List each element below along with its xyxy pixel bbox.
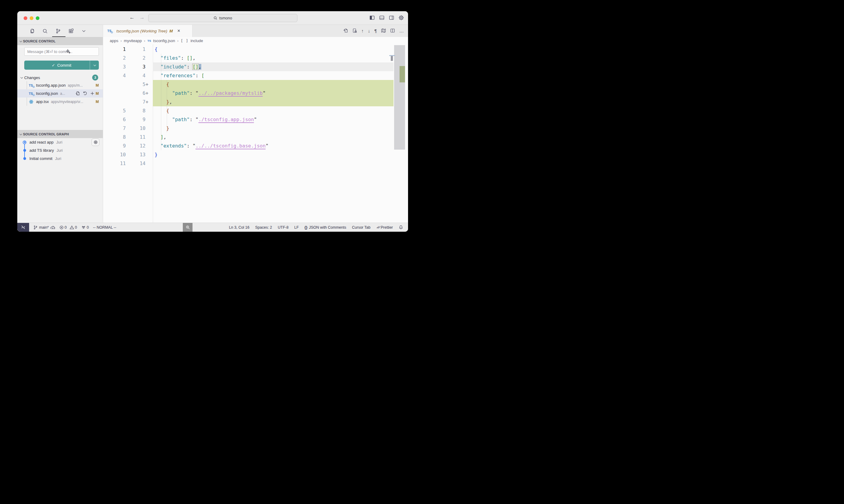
code-line-content: "references": [ — [150, 71, 204, 80]
line-number-modified: 11 — [126, 133, 145, 141]
row-actions — [75, 91, 94, 96]
indentation[interactable]: Spaces: 2 — [255, 226, 272, 230]
breadcrumb-item-apps[interactable]: apps — [110, 38, 118, 43]
change-row-tsconfig-app[interactable]: TS⚙ tsconfig.app.json apps/m... M — [17, 81, 103, 89]
code-line[interactable]: 1114 — [103, 159, 408, 168]
code-line[interactable]: 69 "path": "./tsconfig.app.json" — [103, 115, 408, 124]
line-number-modified: 5 — [126, 80, 145, 89]
explorer-icon[interactable] — [30, 29, 35, 34]
split-editor-icon[interactable] — [390, 28, 395, 33]
file-path: apps/m... — [68, 83, 83, 88]
remote-indicator[interactable] — [17, 223, 29, 232]
change-row-app-tsx[interactable]: app.tsx apps/myviteapp/sr... M — [17, 97, 103, 106]
notifications-bell-icon[interactable] — [399, 225, 403, 230]
commit-row[interactable]: add TS library Juri — [17, 146, 103, 155]
commit-row[interactable]: add react app Juri — [17, 138, 103, 146]
editor-group: TS⚙ tsconfig.json (Working Tree) M × ↑ ↓… — [103, 25, 408, 222]
source-control-header[interactable]: SOURCE CONTROL — [17, 37, 103, 45]
search-editor-icon[interactable] — [352, 28, 357, 33]
code-line[interactable]: 7+ }, — [103, 97, 408, 106]
changes-section-header[interactable]: Changes 3 — [17, 74, 103, 81]
sidebar: SOURCE CONTROL ✓ Commit Changes 3 — [17, 25, 103, 222]
source-control-graph-header[interactable]: SOURCE CONTROL GRAPH — [17, 130, 103, 138]
code-line[interactable]: 1013} — [103, 150, 408, 159]
formatter-status[interactable]: ✓✓Prettier — [376, 225, 393, 230]
code-line[interactable]: 22 "files": [], — [103, 54, 408, 62]
code-line[interactable]: 6+ "path": "../../packages/mytslib" — [103, 89, 408, 97]
warnings-count: 0 — [75, 226, 77, 230]
goto-file-icon[interactable] — [343, 28, 348, 33]
scrollbar-slider[interactable] — [394, 45, 405, 150]
back-icon[interactable]: ← — [130, 15, 135, 21]
previous-change-icon[interactable]: ↑ — [361, 29, 364, 33]
code-line[interactable]: 11{ — [103, 45, 408, 54]
window-controls — [24, 16, 39, 20]
line-number-original: 9 — [103, 141, 126, 150]
stage-changes-icon[interactable] — [90, 91, 94, 96]
close-window-button[interactable] — [24, 16, 27, 20]
toggle-panel-icon[interactable] — [379, 15, 384, 20]
code-line[interactable]: 58 { — [103, 106, 408, 115]
commit-node-head-icon — [23, 141, 27, 144]
chevron-down-icon — [19, 40, 22, 42]
map-icon[interactable] — [381, 28, 386, 33]
vim-mode[interactable]: -- NORMAL -- — [93, 226, 116, 230]
code-line[interactable]: 44 "references": [ — [103, 71, 408, 80]
diff-editor[interactable]: 11{22 "files": [],33 "include": [],44 "r… — [103, 44, 408, 222]
forward-icon[interactable]: → — [139, 15, 144, 21]
language-mode[interactable]: {}JSON with Comments — [304, 226, 346, 230]
render-whitespace-icon[interactable]: ¶ — [374, 29, 377, 33]
copilot-sparkle-icon[interactable] — [66, 49, 71, 54]
minimize-window-button[interactable] — [30, 16, 33, 20]
more-actions-icon[interactable]: … — [399, 29, 404, 33]
close-tab-icon[interactable]: × — [177, 29, 180, 33]
code-line[interactable]: 912 "extends": "../../tsconfig.base.json… — [103, 141, 408, 150]
change-row-tsconfig[interactable]: TS⚙ tsconfig.json a... M — [17, 89, 103, 97]
code-line[interactable]: 811 ], — [103, 133, 408, 141]
braces-icon: {} — [304, 226, 307, 230]
source-control-view-icon[interactable] — [55, 29, 61, 34]
ports-status[interactable]: 0 — [81, 225, 89, 230]
cursor-tab-status[interactable]: Cursor Tab — [352, 226, 371, 230]
added-line-marker — [145, 124, 150, 133]
open-file-icon[interactable] — [75, 91, 80, 96]
line-number-modified: 4 — [126, 71, 145, 80]
encoding[interactable]: UTF-8 — [278, 226, 288, 230]
toggle-secondary-sidebar-icon[interactable] — [389, 15, 394, 20]
tab-tsconfig-working-tree[interactable]: TS⚙ tsconfig.json (Working Tree) M × — [103, 25, 192, 37]
typescript-config-icon: TS⚙ — [29, 84, 34, 87]
additional-views-chevron-icon[interactable] — [82, 29, 86, 33]
settings-gear-icon[interactable] — [399, 15, 404, 20]
line-number-modified: 2 — [126, 54, 145, 62]
ports-count: 0 — [87, 226, 89, 230]
line-number-modified: 12 — [126, 141, 145, 150]
problems-status[interactable]: 0 0 — [59, 226, 77, 230]
code-line-content: "path": "../../packages/mytslib" — [150, 89, 265, 97]
code-line[interactable]: 5+ { — [103, 80, 408, 89]
breadcrumb-item-myviteapp[interactable]: myviteapp — [124, 38, 142, 43]
extensions-icon[interactable] — [69, 29, 74, 34]
added-line-marker: + — [145, 89, 150, 97]
modified-badge: M — [96, 100, 99, 104]
next-change-icon[interactable]: ↓ — [368, 29, 370, 33]
toggle-primary-sidebar-icon[interactable] — [369, 15, 375, 20]
chevron-right-icon: › — [144, 38, 145, 43]
maximize-window-button[interactable] — [36, 16, 39, 20]
code-line[interactable]: 710 } — [103, 124, 408, 133]
discard-changes-icon[interactable] — [83, 91, 87, 96]
breadcrumb-item-include[interactable]: include — [190, 38, 203, 43]
changes-list: TS⚙ tsconfig.app.json apps/m... M TS⚙ ts… — [17, 81, 103, 106]
code-line[interactable]: 33 "include": [], — [103, 62, 408, 71]
command-center-search[interactable]: tsmono — [148, 14, 297, 22]
eol-sequence[interactable]: LF — [294, 226, 299, 230]
commit-row[interactable]: Initial commit Juri — [17, 155, 103, 163]
commit-message-input[interactable] — [24, 47, 99, 56]
goto-ref-target-icon[interactable] — [91, 139, 100, 146]
file-path: a... — [60, 91, 75, 96]
commit-button[interactable]: ✓ Commit — [24, 60, 99, 70]
cursor-position[interactable]: Ln 3, Col 16 — [229, 226, 249, 230]
breadcrumb-item-tsconfig[interactable]: tsconfig.json — [153, 38, 175, 43]
search-view-icon[interactable] — [42, 29, 48, 34]
commit-dropdown-button[interactable] — [90, 60, 99, 70]
branch-status[interactable]: main* — [33, 225, 55, 230]
